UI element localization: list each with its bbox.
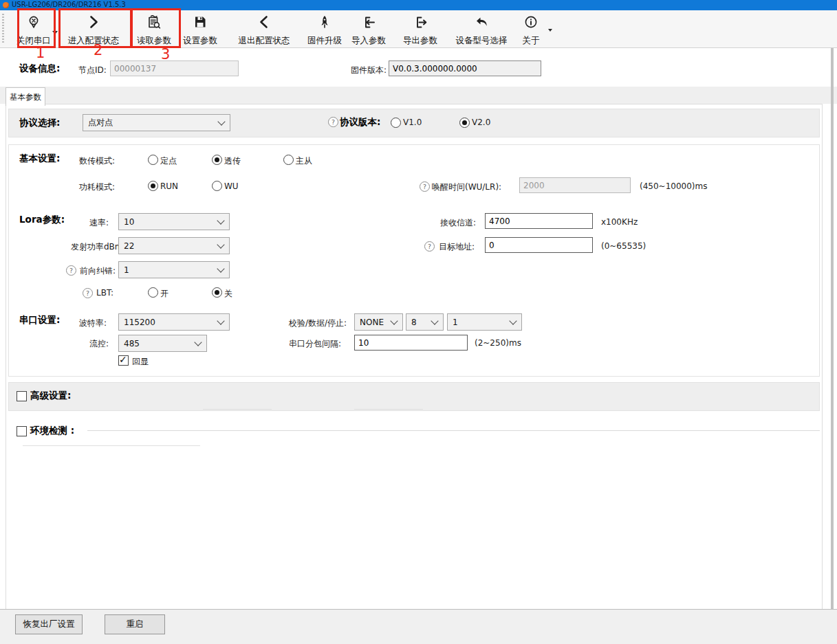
toolbar-grip-handle[interactable] [2, 14, 4, 44]
chevron-down-icon [217, 118, 225, 125]
annotation-number-3: 3 [161, 47, 170, 62]
toolbar-button-label: 导入参数 [351, 36, 386, 45]
chevron-down-icon [217, 317, 224, 324]
baud-label: 波特率: [79, 318, 107, 329]
chevron-left-icon [257, 12, 272, 31]
radio-mode-transparent[interactable] [212, 155, 222, 165]
packet-interval-label: 串口分包间隔: [289, 338, 341, 350]
toolbar-button-label: 关于 [523, 36, 540, 45]
echo-label: 回显 [132, 356, 149, 368]
parity-dropdown[interactable]: NONE [354, 313, 403, 331]
radio-protocol-v2[interactable] [459, 118, 470, 128]
divider [87, 430, 820, 431]
annotation-box-1 [17, 8, 56, 48]
target-addr-hint: (0~65535) [601, 241, 646, 251]
radio-mode-transparent-label: 透传 [224, 155, 241, 167]
stop-bits-dropdown[interactable]: 1 [447, 313, 522, 331]
radio-protocol-v1[interactable] [391, 118, 401, 128]
flow-control-dropdown[interactable]: 485 [118, 335, 207, 352]
echo-checkbox[interactable] [118, 355, 129, 366]
stop-bits-value: 1 [453, 318, 458, 327]
chevron-down-icon [390, 317, 398, 324]
lbt-label: LBT: [96, 288, 113, 298]
toolbar-button-label: 导出参数 [403, 36, 437, 45]
flow-control-value: 485 [124, 339, 140, 348]
help-icon: ? [328, 117, 338, 127]
tx-power-value: 22 [124, 241, 134, 251]
radio-mode-master-slave-label: 主从 [296, 155, 312, 167]
advanced-settings-checkbox[interactable] [17, 391, 27, 401]
packet-interval-hint: (2~250)ms [475, 338, 521, 348]
tab-basic-params[interactable]: 基本参数 [6, 87, 45, 106]
wake-time-hint: (450~10000)ms [640, 181, 707, 191]
lora-params-title: Lora参数: [19, 214, 65, 226]
app-window: USR-LG206/DR206/DR216 V1.5.3 关闭串口 进入配置状态 [0, 0, 837, 644]
rx-channel-field[interactable] [485, 213, 593, 229]
about-button[interactable]: 关于 [519, 12, 543, 45]
annotation-number-2: 2 [94, 43, 102, 58]
chevron-down-icon [217, 216, 224, 224]
radio-mode-fixed[interactable] [148, 155, 158, 165]
node-id-label: 节点ID: [78, 65, 107, 76]
chevron-down-icon [217, 265, 224, 272]
radio-protocol-v2-label: V2.0 [472, 118, 490, 127]
radio-lbt-on-label: 开 [160, 288, 169, 300]
protocol-select-dropdown[interactable]: 点对点 [83, 114, 230, 131]
chevron-down-icon [431, 317, 438, 324]
import-icon [361, 12, 376, 31]
data-mode-label: 数传模式: [79, 155, 115, 167]
restart-button[interactable]: 重启 [105, 614, 165, 634]
target-addr-field[interactable] [485, 237, 593, 253]
set-params-button[interactable]: 设置参数 [181, 12, 219, 45]
data-bits-value: 8 [411, 318, 417, 327]
power-mode-label: 功耗模式: [79, 181, 115, 193]
undo-arrow-icon [474, 12, 489, 31]
toolbar-button-label: 退出配置状态 [239, 36, 290, 45]
protocol-select-value: 点对点 [88, 117, 113, 129]
radio-lbt-on[interactable] [148, 287, 158, 298]
basic-settings-title: 基本设置: [19, 153, 60, 165]
fec-value: 1 [124, 265, 129, 275]
advanced-settings-band [8, 382, 820, 411]
data-bits-dropdown[interactable]: 8 [406, 313, 444, 331]
scrollbar[interactable] [831, 48, 834, 643]
radio-power-wu[interactable] [212, 181, 222, 191]
export-params-button[interactable]: 导出参数 [401, 12, 439, 45]
baud-dropdown[interactable]: 115200 [118, 313, 230, 331]
toolbar-button-label: 设置参数 [183, 36, 217, 45]
tx-power-label: 发射功率dBm: [71, 241, 126, 253]
firmware-upgrade-button[interactable]: 固件升级 [305, 12, 344, 45]
tx-power-dropdown[interactable]: 22 [118, 237, 230, 254]
factory-reset-button[interactable]: 恢复出厂设置 [15, 614, 83, 634]
radio-mode-fixed-label: 定点 [160, 155, 177, 167]
rate-value: 10 [124, 217, 134, 227]
rate-dropdown[interactable]: 10 [118, 213, 230, 230]
exit-config-button[interactable]: 退出配置状态 [237, 12, 292, 45]
wake-time-field[interactable] [519, 177, 631, 193]
footer-bar: 恢复出厂设置 重启 [0, 609, 837, 644]
app-icon [3, 2, 9, 8]
environment-checkbox[interactable] [17, 426, 27, 436]
node-id-field[interactable] [110, 60, 239, 76]
fec-dropdown[interactable]: 1 [118, 261, 230, 278]
radio-mode-master-slave[interactable] [283, 155, 294, 165]
protocol-select-label: 协议选择: [19, 117, 60, 129]
help-icon: ? [420, 181, 430, 192]
save-icon [193, 12, 208, 31]
firmware-field[interactable] [389, 60, 541, 76]
radio-power-run-label: RUN [160, 181, 178, 191]
import-params-button[interactable]: 导入参数 [349, 12, 388, 45]
baud-value: 115200 [124, 318, 155, 327]
window-title: USR-LG206/DR206/DR216 V1.5.3 [12, 1, 126, 8]
packet-interval-field[interactable] [354, 335, 468, 351]
rx-channel-unit: x100KHz [601, 217, 638, 227]
device-model-select-button[interactable]: 设备型号选择 [453, 12, 510, 45]
rocket-icon [317, 12, 332, 31]
toolbar-overflow-arrow-icon[interactable] [548, 29, 552, 32]
radio-lbt-off[interactable] [212, 287, 222, 298]
rx-channel-label: 接收信道: [440, 217, 476, 229]
radio-power-run[interactable] [148, 181, 158, 191]
parity-value: NONE [360, 318, 384, 327]
serial-settings-title: 串口设置: [19, 314, 60, 326]
export-icon [413, 12, 428, 31]
